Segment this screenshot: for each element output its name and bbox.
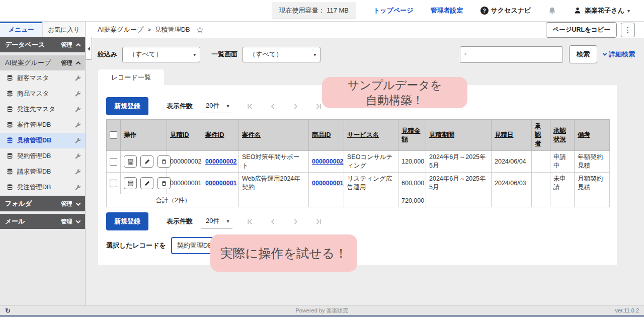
first-page-icon[interactable] [247, 218, 254, 225]
mail-manage-link[interactable]: 管理 [61, 218, 72, 225]
prev-page-icon[interactable] [269, 103, 277, 110]
copy-url-button[interactable]: ページURLをコピー [546, 22, 617, 38]
product-id-link[interactable]: 000000001 [312, 180, 344, 187]
last-page-icon[interactable] [314, 218, 322, 225]
section-database[interactable]: データベース 管理 [0, 37, 85, 52]
kebab-menu-button[interactable]: ⋮ [621, 23, 635, 37]
cell-case-name: Web広告運用2024年契約 [239, 173, 309, 194]
first-page-icon[interactable] [247, 103, 254, 110]
col-case-name[interactable]: 案件名 [239, 120, 309, 151]
row-checkbox[interactable] [110, 158, 117, 166]
ai-group-manage-link[interactable]: 管理 [61, 59, 72, 67]
narrow-filter-select[interactable]: （すべて） ▾ [122, 47, 200, 62]
page-size-select[interactable]: 20件 ▾ [201, 214, 232, 228]
section-folder[interactable]: フォルダ 管理 [0, 196, 85, 211]
search-field[interactable] [460, 46, 563, 63]
table-total-row: 合計（2件） 720,000 [107, 194, 610, 207]
col-status[interactable]: 承認状況 [550, 120, 575, 151]
next-page-icon[interactable] [292, 103, 299, 110]
wrench-icon[interactable] [74, 91, 81, 97]
edit-button[interactable] [140, 155, 153, 168]
col-approver[interactable]: 承認者 [532, 120, 550, 151]
success-navi-link[interactable]: ? サクセスナビ [480, 6, 531, 15]
sidebar-item-case-db[interactable]: 案件管理DB [0, 117, 85, 133]
chevron-left-icon [88, 47, 90, 51]
section-mail[interactable]: メール 管理 [0, 214, 85, 229]
storage-usage-label: 現在使用容量： [279, 7, 325, 14]
col-case-id[interactable]: 案件ID [202, 120, 239, 151]
page-size-label: 表示件数 [167, 102, 193, 111]
favorite-star-icon[interactable]: ☆ [196, 25, 204, 35]
database-manage-link[interactable]: 管理 [61, 41, 72, 49]
list-toolbar-bottom: 新規登録 表示件数 20件 ▾ [106, 212, 609, 230]
case-id-link[interactable]: 000000002 [205, 158, 237, 165]
sidebar-collapse-handle[interactable] [85, 38, 92, 60]
wrench-icon[interactable] [74, 184, 81, 191]
col-period[interactable]: 見積期間 [426, 120, 492, 151]
tab-menu[interactable]: メニュー [0, 22, 42, 37]
next-page-icon[interactable] [292, 218, 299, 225]
view-filter-select[interactable]: （すべて） ▾ [243, 47, 320, 62]
top-page-link[interactable]: トップページ [373, 6, 414, 15]
chevron-down-icon: ▾ [193, 52, 196, 57]
database-icon [6, 184, 14, 191]
sidebar-item-billing-db[interactable]: 請求管理DB [0, 164, 85, 180]
callout-line: 実際に操作を試せる！ [220, 245, 347, 262]
database-icon [6, 74, 14, 82]
search-input[interactable] [470, 51, 558, 58]
notification-bell-icon[interactable] [548, 7, 556, 15]
detail-button[interactable] [124, 177, 137, 189]
breadcrumb-parent[interactable]: AI提案グループ [98, 25, 143, 34]
pagination [247, 103, 322, 110]
last-page-icon[interactable] [314, 103, 322, 110]
col-amount[interactable]: 見積金額 [398, 120, 426, 151]
page-size-select[interactable]: 20件 ▾ [201, 99, 232, 113]
search-button[interactable]: 検索 [569, 45, 597, 63]
page-size-value: 20件 [206, 101, 219, 110]
storage-usage-value: 117 MB [327, 7, 349, 14]
wrench-icon[interactable] [74, 169, 81, 175]
sidebar-item-label: 見積管理DB [17, 136, 71, 145]
tab-record-list[interactable]: レコード一覧 [98, 69, 164, 85]
sidebar-item-contract-db[interactable]: 契約管理DB [0, 148, 85, 164]
prev-page-icon[interactable] [269, 218, 277, 225]
product-id-link[interactable]: 000000002 [312, 158, 344, 165]
tab-favorites[interactable]: お気に入り [42, 22, 85, 37]
wrench-icon[interactable] [74, 75, 81, 82]
col-estimate-id[interactable]: 見積ID [167, 120, 202, 151]
section-ai-group[interactable]: AI提案グループ 管理 [0, 55, 85, 70]
select-all-checkbox[interactable] [110, 131, 117, 139]
new-record-button[interactable]: 新規登録 [106, 97, 148, 115]
folder-manage-link[interactable]: 管理 [61, 200, 72, 208]
wrench-icon[interactable] [74, 122, 81, 128]
sidebar-item-estimate-db[interactable]: 見積管理DB [0, 133, 85, 148]
user-menu[interactable]: 楽楽花子さん ▾ [574, 6, 630, 15]
wrench-icon[interactable] [74, 137, 81, 144]
sidebar-item-customer-master[interactable]: 顧客マスタ [0, 70, 85, 86]
sidebar-item-supplier-master[interactable]: 発注先マスタ [0, 102, 85, 117]
delete-button[interactable] [157, 177, 171, 189]
col-date[interactable]: 見積日 [492, 120, 532, 151]
cell-approver [532, 173, 550, 194]
detail-button[interactable] [124, 155, 137, 168]
col-service-name[interactable]: サービス名 [344, 120, 398, 151]
row-checkbox[interactable] [110, 180, 117, 187]
reload-icon[interactable]: ↻ [5, 307, 11, 314]
wrench-icon[interactable] [74, 153, 81, 160]
col-note[interactable]: 備考 [575, 120, 610, 151]
narrow-filter-value: （すべて） [129, 50, 193, 59]
delete-button[interactable] [157, 155, 171, 168]
cell-approver [532, 151, 550, 173]
col-product-id[interactable]: 商品ID [309, 120, 344, 151]
sidebar-item-product-master[interactable]: 商品マスタ [0, 86, 85, 102]
sidebar: メニュー お気に入り データベース 管理 AI提案グループ 管理 顧客マスタ 商… [0, 22, 86, 306]
new-record-button[interactable]: 新規登録 [106, 212, 148, 230]
admin-settings-link[interactable]: 管理者設定 [431, 6, 463, 15]
main-content: AI提案グループ > 見積管理DB ☆ ページURLをコピー ⋮ 絞込み （すべ… [86, 22, 644, 305]
wrench-icon[interactable] [74, 106, 81, 113]
record-table: 操作 見積ID 案件ID 案件名 商品ID サービス名 見積金額 見積期間 見積… [106, 119, 610, 207]
advanced-search-link[interactable]: 詳細検索 [603, 50, 635, 59]
edit-button[interactable] [140, 177, 153, 189]
sidebar-item-order-db[interactable]: 発注管理DB [0, 180, 85, 195]
case-id-link[interactable]: 000000001 [205, 180, 237, 187]
